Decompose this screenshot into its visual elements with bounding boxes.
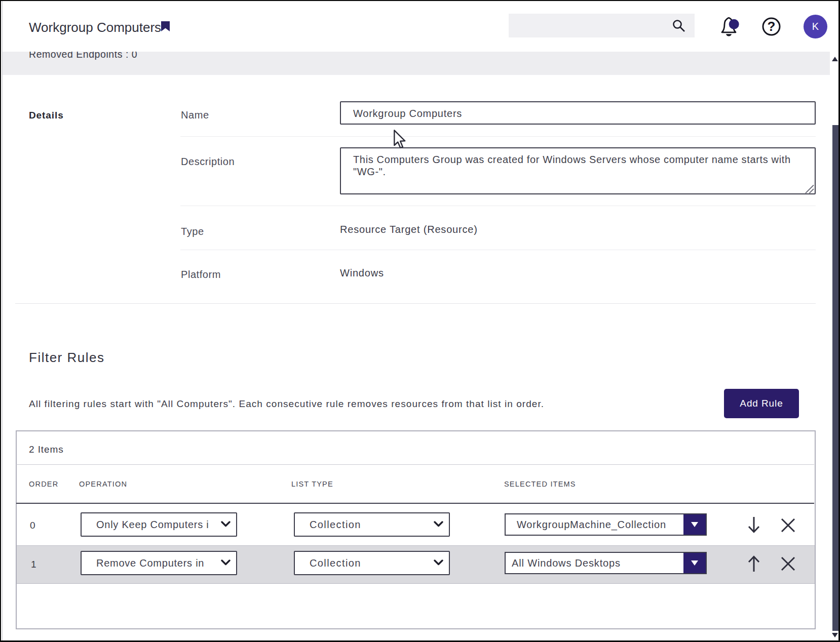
svg-text:?: ?	[768, 19, 776, 34]
